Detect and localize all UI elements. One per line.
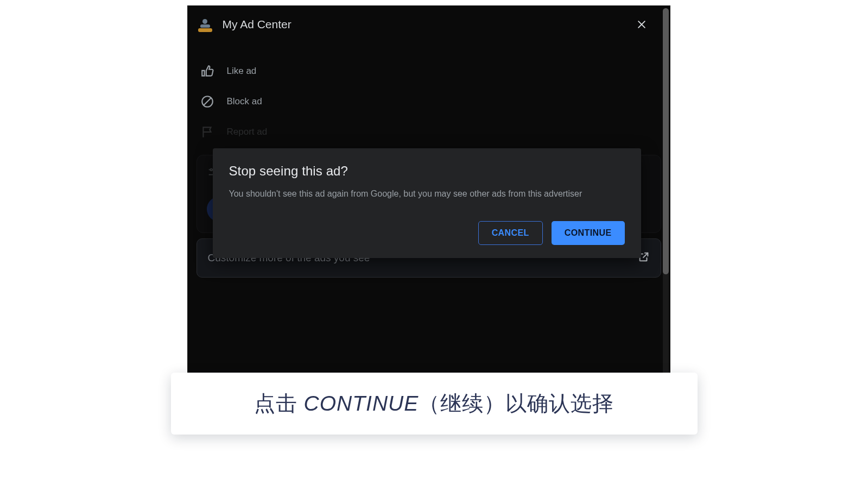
block-ad-item[interactable]: Block ad [200,86,670,117]
page-title: My Ad Center [223,18,633,31]
like-ad-label: Like ad [227,66,257,77]
cancel-button[interactable]: CANCEL [478,221,543,245]
dialog-body: You shouldn't see this ad again from Goo… [229,187,604,200]
instruction-caption: 点击 CONTINUE（继续）以确认选择 [171,373,698,435]
ad-center-window: My Ad Center Like ad [187,5,670,380]
report-ad-item[interactable]: Report ad [200,117,670,147]
continue-button[interactable]: CONTINUE [552,221,625,245]
caption-text: 点击 CONTINUE（继续）以确认选择 [254,392,614,415]
header: My Ad Center [188,6,670,41]
flag-icon [200,124,215,140]
block-icon [200,94,215,109]
svg-line-3 [203,98,211,105]
svg-point-5 [210,169,212,171]
action-list: Like ad Block ad Report ad [188,41,670,147]
dialog-actions: CANCEL CONTINUE [229,221,625,245]
block-ad-label: Block ad [227,96,262,107]
close-button[interactable] [633,16,650,33]
thumbs-up-icon [200,64,215,79]
like-ad-item[interactable]: Like ad [200,56,670,86]
dialog-title: Stop seeing this ad? [229,163,625,179]
scrollbar-track[interactable] [663,8,669,379]
app-icon [198,17,213,32]
close-icon [636,19,647,30]
report-ad-label: Report ad [227,127,268,137]
confirm-dialog: Stop seeing this ad? You shouldn't see t… [213,148,641,258]
